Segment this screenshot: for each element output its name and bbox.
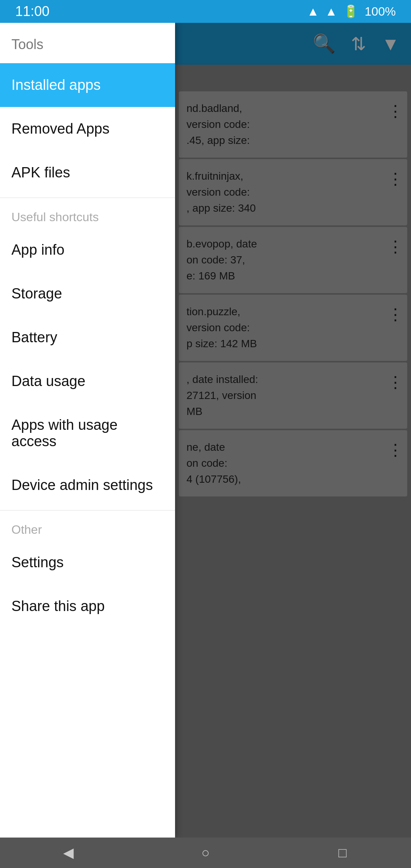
sidebar-item-label: Removed Apps bbox=[11, 121, 110, 137]
battery-icon: 🔋 bbox=[343, 4, 358, 19]
divider-1 bbox=[0, 198, 175, 198]
sidebar-item-label: App info bbox=[11, 242, 64, 258]
useful-shortcuts-label: Useful shortcuts bbox=[0, 201, 175, 228]
sidebar-item-label: Share this app bbox=[11, 598, 105, 614]
status-time: 11:00 bbox=[15, 3, 49, 19]
divider-2 bbox=[0, 510, 175, 511]
status-bar: 11:00 ▲ ▲ 🔋 100% bbox=[0, 0, 411, 23]
drawer-dim[interactable] bbox=[175, 23, 411, 838]
wifi-icon: ▲ bbox=[307, 5, 319, 19]
drawer-panel: Tools Installed apps Removed Apps APK fi… bbox=[0, 23, 175, 838]
battery-percent: 100% bbox=[365, 5, 396, 19]
nav-bar: ◀ ○ □ bbox=[0, 838, 411, 868]
sidebar-item-label: Data usage bbox=[11, 373, 85, 389]
sidebar-item-label: Installed apps bbox=[11, 77, 101, 93]
sidebar-item-label: APK files bbox=[11, 164, 70, 181]
sidebar-item-removed-apps[interactable]: Removed Apps bbox=[0, 107, 175, 151]
signal-icon: ▲ bbox=[325, 5, 337, 19]
sidebar-item-apps-usage-access[interactable]: Apps with usage access bbox=[0, 403, 175, 463]
sidebar-item-share-app[interactable]: Share this app bbox=[0, 584, 175, 628]
drawer-overlay: Tools Installed apps Removed Apps APK fi… bbox=[0, 23, 411, 838]
sidebar-item-device-admin[interactable]: Device admin settings bbox=[0, 463, 175, 507]
back-button[interactable]: ◀ bbox=[53, 838, 84, 868]
other-label: Other bbox=[0, 514, 175, 541]
drawer-header: Tools bbox=[0, 23, 175, 63]
home-button[interactable]: ○ bbox=[190, 838, 221, 868]
drawer-title: Tools bbox=[11, 37, 43, 52]
sidebar-item-storage[interactable]: Storage bbox=[0, 272, 175, 316]
sidebar-item-apk-files[interactable]: APK files bbox=[0, 151, 175, 195]
status-icons: ▲ ▲ 🔋 100% bbox=[307, 4, 396, 19]
sidebar-item-app-info[interactable]: App info bbox=[0, 228, 175, 272]
sidebar-item-installed-apps[interactable]: Installed apps bbox=[0, 63, 175, 107]
recent-button[interactable]: □ bbox=[327, 838, 358, 868]
sidebar-item-data-usage[interactable]: Data usage bbox=[0, 359, 175, 403]
sidebar-item-label: Apps with usage access bbox=[11, 417, 164, 450]
sidebar-item-battery[interactable]: Battery bbox=[0, 316, 175, 359]
sidebar-item-label: Settings bbox=[11, 554, 64, 571]
sidebar-item-label: Battery bbox=[11, 329, 57, 346]
sidebar-item-settings[interactable]: Settings bbox=[0, 541, 175, 584]
sidebar-item-label: Device admin settings bbox=[11, 477, 153, 493]
sidebar-item-label: Storage bbox=[11, 286, 62, 302]
